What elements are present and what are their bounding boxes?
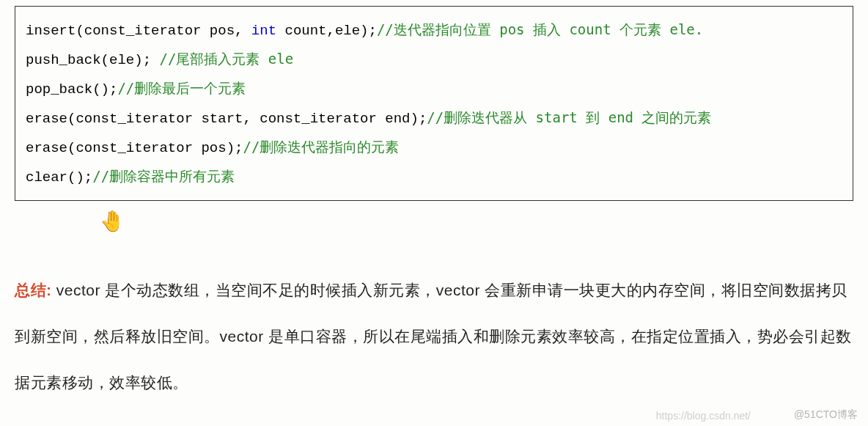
code-line: erase(const_iterator start, const_iterat…	[26, 103, 842, 133]
watermark-source: @51CTO博客	[794, 408, 858, 422]
code-text: push_back(ele);	[26, 52, 159, 68]
code-text: insert(const_iterator pos,	[26, 23, 251, 39]
code-text: pop_back();	[26, 81, 117, 98]
summary-text: vector 是个动态数组，当空间不足的时候插入新元素，vector 会重新申请…	[15, 282, 852, 391]
code-text: erase(const_iterator start, const_iterat…	[26, 111, 427, 127]
summary-label: 总结:	[15, 282, 52, 298]
code-line: pop_back();//删除最后一个元素	[26, 74, 842, 103]
summary-paragraph: 总结: vector 是个动态数组，当空间不足的时候插入新元素，vector 会…	[15, 267, 853, 405]
code-text: clear();	[26, 169, 92, 186]
code-comment: //删除最后一个元素	[117, 80, 246, 96]
code-comment: //删除迭代器指向的元素	[243, 139, 399, 155]
code-comment: //迭代器指向位置 pos 插入 count 个元素 ele.	[377, 21, 703, 37]
code-block: insert(const_iterator pos, int count,ele…	[15, 6, 853, 201]
code-line: insert(const_iterator pos, int count,ele…	[26, 15, 842, 45]
code-comment: //删除迭代器从 start 到 end 之间的元素	[427, 109, 711, 125]
code-text: count,ele);	[276, 23, 377, 39]
code-keyword: int	[251, 23, 276, 39]
code-comment: //尾部插入元素 ele	[159, 51, 293, 67]
code-text: erase(const_iterator pos);	[26, 140, 243, 156]
code-line: clear();//删除容器中所有元素	[26, 162, 842, 191]
watermark-url: https://blog.csdn.net/	[656, 410, 751, 422]
cursor-hand-icon: ✋	[99, 209, 125, 233]
code-line: erase(const_iterator pos);//删除迭代器指向的元素	[26, 133, 842, 162]
code-line: push_back(ele); //尾部插入元素 ele	[26, 45, 842, 74]
code-comment: //删除容器中所有元素	[92, 168, 235, 184]
